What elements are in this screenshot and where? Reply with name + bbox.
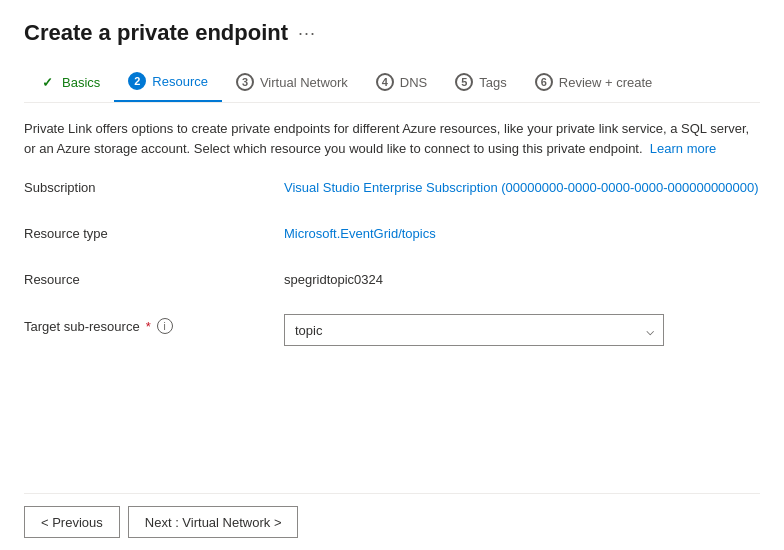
step-tags-circle: 5: [455, 73, 473, 91]
step-review-create-label: Review + create: [559, 75, 653, 90]
step-resource-label: Resource: [152, 74, 208, 89]
subscription-field: Subscription Visual Studio Enterprise Su…: [24, 176, 760, 204]
footer: < Previous Next : Virtual Network >: [24, 493, 760, 550]
step-virtual-network-circle: 3: [236, 73, 254, 91]
description-text: Private Link offers options to create pr…: [24, 119, 760, 158]
step-basics[interactable]: ✓ Basics: [24, 65, 114, 101]
learn-more-link[interactable]: Learn more: [650, 141, 716, 156]
next-button[interactable]: Next : Virtual Network >: [128, 506, 299, 538]
resource-label: Resource: [24, 268, 284, 287]
page-title: Create a private endpoint: [24, 20, 288, 46]
target-sub-resource-field: Target sub-resource * i topic ⌵: [24, 314, 760, 346]
resource-field: Resource spegridtopic0324: [24, 268, 760, 296]
resource-type-label: Resource type: [24, 222, 284, 241]
step-review-create[interactable]: 6 Review + create: [521, 65, 667, 101]
wizard-steps-bar: ✓ Basics 2 Resource 3 Virtual Network 4 …: [24, 64, 760, 103]
previous-button[interactable]: < Previous: [24, 506, 120, 538]
step-basics-label: Basics: [62, 75, 100, 90]
step-basics-circle: ✓: [38, 73, 56, 91]
target-sub-resource-dropdown[interactable]: topic: [284, 314, 664, 346]
step-dns-circle: 4: [376, 73, 394, 91]
resource-type-value: Microsoft.EventGrid/topics: [284, 222, 436, 241]
more-options-icon[interactable]: ···: [298, 23, 316, 44]
content-area: Private Link offers options to create pr…: [24, 103, 760, 493]
step-dns[interactable]: 4 DNS: [362, 65, 441, 101]
required-indicator: *: [146, 319, 151, 334]
step-dns-label: DNS: [400, 75, 427, 90]
step-review-create-circle: 6: [535, 73, 553, 91]
subscription-value: Visual Studio Enterprise Subscription (0…: [284, 176, 759, 195]
target-sub-resource-label: Target sub-resource * i: [24, 314, 284, 334]
step-virtual-network-label: Virtual Network: [260, 75, 348, 90]
step-tags-label: Tags: [479, 75, 506, 90]
resource-value: spegridtopic0324: [284, 268, 383, 287]
resource-type-field: Resource type Microsoft.EventGrid/topics: [24, 222, 760, 250]
info-icon[interactable]: i: [157, 318, 173, 334]
step-resource-circle: 2: [128, 72, 146, 90]
subscription-label: Subscription: [24, 176, 284, 195]
step-tags[interactable]: 5 Tags: [441, 65, 520, 101]
step-virtual-network[interactable]: 3 Virtual Network: [222, 65, 362, 101]
step-resource[interactable]: 2 Resource: [114, 64, 222, 102]
target-sub-resource-dropdown-container: topic ⌵: [284, 314, 664, 346]
